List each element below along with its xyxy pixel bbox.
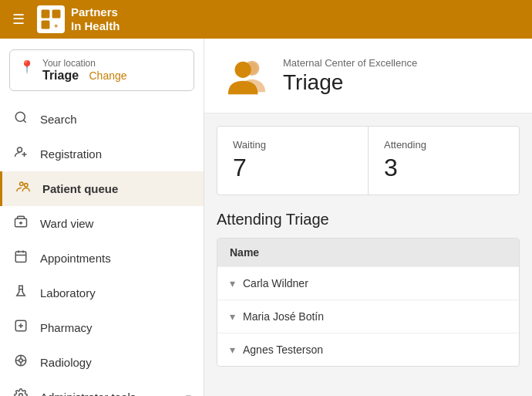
svg-text:+: + [54, 22, 59, 30]
svg-point-32 [235, 62, 251, 78]
patient-queue-icon [15, 180, 32, 198]
svg-point-11 [25, 184, 29, 188]
sidebar-item-appointments[interactable]: Appointments [0, 241, 204, 276]
location-text: Your location Triage Change [42, 58, 184, 83]
sidebar-item-ward-view[interactable]: Ward view [0, 206, 204, 241]
sidebar-item-admin-tools[interactable]: Administrator tools ▾ [0, 380, 204, 396]
svg-rect-15 [15, 252, 26, 262]
appointments-icon [12, 249, 29, 267]
ward-view-icon [12, 215, 29, 232]
svg-rect-2 [42, 21, 50, 29]
sidebar-item-search-label: Search [40, 113, 191, 126]
svg-rect-1 [52, 10, 61, 19]
menu-icon[interactable]: ☰ [12, 11, 25, 28]
admin-tools-icon [12, 388, 29, 396]
table-row[interactable]: ▾ Agnes Testerson [217, 333, 519, 366]
content-header: Maternal Center of Excellence Triage [204, 39, 532, 113]
table-col-name: Name [230, 246, 259, 259]
sidebar-item-radiology[interactable]: Radiology [0, 345, 204, 380]
dept-subtitle: Maternal Center of Excellence [283, 57, 417, 69]
sidebar-item-search[interactable]: Search [0, 102, 204, 137]
patient-name-1: Maria José Botín [243, 310, 324, 323]
logo-icon: + [37, 5, 65, 33]
stat-waiting-label: Waiting [233, 139, 352, 151]
table-header: Name [217, 239, 519, 266]
svg-point-7 [18, 147, 22, 152]
sidebar-item-laboratory[interactable]: Laboratory [0, 276, 204, 310]
stat-attending-value: 3 [384, 154, 503, 182]
sidebar-item-appointments-label: Appointments [40, 252, 191, 265]
svg-rect-0 [42, 10, 50, 19]
stat-attending-label: Attending [384, 139, 503, 151]
sidebar: 📍 Your location Triage Change Search [0, 39, 204, 396]
app-header: ☰ + Partners In Health [0, 0, 532, 39]
registration-icon [12, 145, 29, 163]
sidebar-item-patient-queue[interactable]: Patient queue [0, 171, 204, 206]
admin-tools-chevron-icon: ▾ [186, 391, 191, 396]
patient-name-2: Agnes Testerson [243, 344, 323, 356]
sidebar-item-registration-label: Registration [40, 147, 191, 161]
row-expand-icon-2: ▾ [230, 344, 235, 356]
stat-waiting-value: 7 [233, 154, 352, 182]
row-expand-icon-1: ▾ [230, 310, 235, 323]
svg-point-24 [19, 359, 23, 363]
sidebar-item-radiology-label: Radiology [40, 356, 191, 369]
app-title: Partners In Health [71, 5, 120, 33]
row-expand-icon-0: ▾ [230, 277, 235, 289]
sidebar-item-registration[interactable]: Registration [0, 137, 204, 171]
location-label: Your location [42, 58, 184, 69]
dept-title: Triage [283, 70, 417, 95]
patient-name-0: Carla Wildner [243, 277, 308, 289]
stats-card: Waiting 7 Attending 3 [217, 126, 520, 195]
svg-line-6 [23, 120, 25, 122]
pharmacy-icon [12, 319, 29, 337]
location-value: Triage [42, 69, 79, 82]
svg-point-10 [20, 182, 24, 186]
sidebar-item-ward-view-label: Ward view [40, 217, 191, 230]
sidebar-item-pharmacy[interactable]: Pharmacy [0, 310, 204, 345]
stat-waiting: Waiting 7 [217, 127, 368, 195]
main-layout: 📍 Your location Triage Change Search [0, 39, 532, 396]
sidebar-nav: Search Registration Patient queue Ward v… [0, 102, 204, 396]
radiology-icon [12, 354, 29, 371]
logo: + Partners In Health [37, 5, 120, 33]
main-content: Maternal Center of Excellence Triage Wai… [204, 39, 532, 396]
attending-section-title: Attending Triage [204, 195, 532, 238]
svg-point-5 [15, 112, 25, 121]
sidebar-item-laboratory-label: Laboratory [40, 286, 191, 300]
laboratory-icon [12, 284, 29, 302]
sidebar-item-admin-tools-label: Administrator tools [40, 391, 175, 396]
dept-info: Maternal Center of Excellence Triage [283, 57, 417, 95]
stat-attending: Attending 3 [368, 127, 519, 195]
table-row[interactable]: ▾ Maria José Botín [217, 300, 519, 333]
sidebar-item-patient-queue-label: Patient queue [42, 182, 191, 195]
location-pin-icon: 📍 [19, 59, 35, 74]
dept-icon-wrap [223, 52, 269, 99]
table-row[interactable]: ▾ Carla Wildner [217, 266, 519, 300]
attending-table: Name ▾ Carla Wildner ▾ Maria José Botín … [217, 238, 520, 367]
search-icon [12, 110, 29, 128]
location-change-link[interactable]: Change [89, 69, 127, 82]
sidebar-item-pharmacy-label: Pharmacy [40, 321, 191, 334]
location-box: 📍 Your location Triage Change [9, 49, 194, 91]
